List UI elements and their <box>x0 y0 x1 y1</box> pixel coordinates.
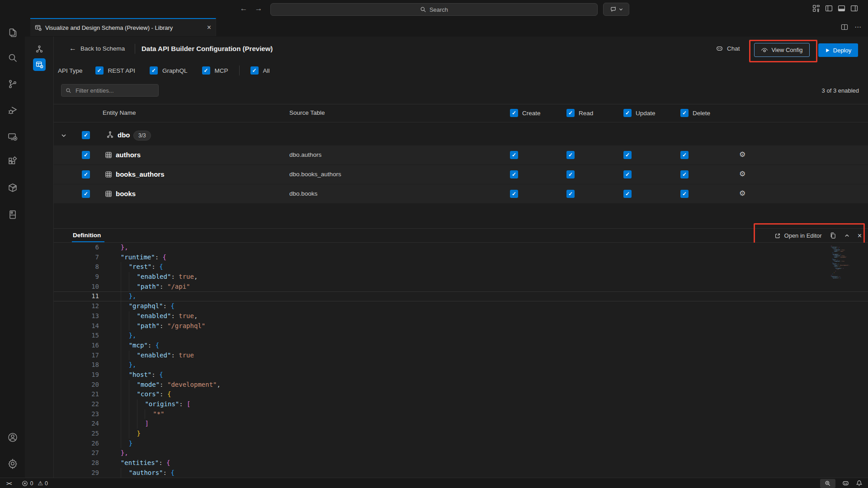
open-in-editor-button[interactable]: Open in Editor <box>774 232 822 239</box>
definition-code-editor[interactable]: 6 },7 "runtime": {8 "rest": {9 "enabled"… <box>54 243 868 478</box>
row-select-checkbox[interactable]: ✓ <box>82 190 90 198</box>
vscode-window: ← → Search Visualiz <box>0 0 868 488</box>
warning-count: 0 <box>45 480 48 487</box>
copy-icon[interactable] <box>830 232 836 239</box>
entity-name: books <box>116 190 136 197</box>
schema-group-row: ✓ dbo 3/3 <box>54 125 868 145</box>
filter-entities-box <box>61 84 159 97</box>
explorer-icon[interactable] <box>0 23 25 42</box>
op-checkbox-read[interactable]: ✓ <box>566 170 575 178</box>
search-sidebar-icon[interactable] <box>0 49 25 67</box>
chat-button[interactable]: Chat <box>716 45 740 52</box>
column-create-checkbox[interactable]: ✓ <box>510 109 518 117</box>
collapse-panel-icon[interactable] <box>844 233 850 239</box>
problems-indicator[interactable]: 0 ⚠ 0 <box>22 480 48 487</box>
copilot-chat-button[interactable] <box>603 3 629 16</box>
line-number: 8 <box>75 262 99 272</box>
settings-gear-icon[interactable] <box>0 455 25 473</box>
row-settings-gear-icon[interactable]: ⚙ <box>739 189 745 197</box>
line-number: 9 <box>75 272 99 282</box>
schema-graph-icon[interactable] <box>33 43 46 56</box>
api-type-all-label: All <box>263 67 270 74</box>
database-projects-icon[interactable] <box>0 206 25 224</box>
op-checkbox-update[interactable]: ✓ <box>623 170 632 178</box>
row-settings-gear-icon[interactable]: ⚙ <box>739 169 745 178</box>
nav-forward-icon[interactable]: → <box>253 4 264 13</box>
column-update-checkbox[interactable]: ✓ <box>623 109 632 117</box>
status-bar: >< 0 ⚠ 0 <box>0 478 868 488</box>
line-number: 12 <box>75 301 99 311</box>
notifications-bell-icon[interactable] <box>856 480 863 487</box>
toggle-panel-icon[interactable] <box>838 5 845 12</box>
op-checkbox-delete[interactable]: ✓ <box>680 151 689 159</box>
op-checkbox-create[interactable]: ✓ <box>510 151 518 159</box>
enabled-summary: 3 of 3 enabled <box>822 87 859 94</box>
op-checkbox-delete[interactable]: ✓ <box>680 170 689 178</box>
toggle-secondary-sidebar-icon[interactable] <box>850 5 858 12</box>
line-number: 17 <box>75 351 99 361</box>
entity-rows: ✓authorsdbo.authors✓✓✓✓⚙✓books_authorsdb… <box>54 145 868 204</box>
minimap[interactable]: }, "runtime": { "rest": { "enabled": tru… <box>830 245 868 279</box>
header-divider <box>135 44 135 54</box>
copilot-status-icon[interactable] <box>842 479 849 487</box>
line-number: 22 <box>75 399 99 409</box>
row-settings-gear-icon[interactable]: ⚙ <box>739 150 745 159</box>
containers-icon[interactable] <box>0 179 25 197</box>
accounts-icon[interactable] <box>0 428 25 446</box>
column-read-checkbox[interactable]: ✓ <box>566 109 575 117</box>
table-row: ✓authorsdbo.authors✓✓✓✓⚙ <box>54 145 868 164</box>
external-link-icon <box>774 233 781 239</box>
designer-toolbar-strip <box>25 37 54 478</box>
line-number: 25 <box>75 429 99 439</box>
op-checkbox-update[interactable]: ✓ <box>623 190 632 198</box>
source-control-icon[interactable] <box>0 75 25 93</box>
chat-label: Chat <box>727 45 740 52</box>
nav-back-icon[interactable]: ← <box>238 4 249 13</box>
api-type-checkbox-0[interactable]: ✓ <box>95 66 104 75</box>
chevron-down-icon[interactable] <box>61 132 67 139</box>
zoom-indicator[interactable] <box>820 479 835 488</box>
op-checkbox-update[interactable]: ✓ <box>623 151 632 159</box>
row-select-checkbox[interactable]: ✓ <box>82 170 90 178</box>
split-editor-icon[interactable] <box>841 23 848 31</box>
op-checkbox-delete[interactable]: ✓ <box>680 190 689 198</box>
op-checkbox-create[interactable]: ✓ <box>510 190 518 198</box>
row-select-checkbox[interactable]: ✓ <box>82 151 90 159</box>
api-type-checkbox-1[interactable]: ✓ <box>150 66 158 75</box>
group-checkbox[interactable]: ✓ <box>82 131 90 139</box>
error-icon <box>22 480 28 487</box>
api-builder-view-icon[interactable] <box>33 58 46 71</box>
toggle-primary-sidebar-icon[interactable] <box>825 5 833 12</box>
op-checkbox-create[interactable]: ✓ <box>510 170 518 178</box>
definition-tab[interactable]: Definition <box>73 232 101 239</box>
tab-close-icon[interactable]: × <box>207 24 211 31</box>
extensions-icon[interactable] <box>0 153 25 171</box>
activity-bar <box>0 18 25 478</box>
tab-visualize-design-schema[interactable]: Visualize and Design Schema (Preview) - … <box>30 18 216 36</box>
column-delete-checkbox[interactable]: ✓ <box>680 109 689 117</box>
remote-indicator[interactable]: >< <box>6 480 11 487</box>
api-type-checkbox-2[interactable]: ✓ <box>202 66 210 75</box>
editor-tab-bar: Visualize and Design Schema (Preview) - … <box>25 18 868 37</box>
page-title: Data API Builder Configuration (Preview) <box>142 45 273 52</box>
back-label: Back to Schema <box>80 45 125 52</box>
op-checkbox-read[interactable]: ✓ <box>566 190 575 198</box>
back-to-schema-link[interactable]: ← Back to Schema <box>69 44 125 52</box>
more-actions-icon[interactable]: ⋯ <box>854 23 862 31</box>
run-debug-icon[interactable] <box>0 101 25 119</box>
deploy-button[interactable]: Deploy <box>818 43 858 57</box>
line-number: 19 <box>75 370 99 380</box>
close-panel-icon[interactable]: × <box>858 232 862 239</box>
title-bar: ← → Search <box>0 0 868 18</box>
filter-entities-input[interactable] <box>75 87 149 94</box>
tab-title: Visualize and Design Schema (Preview) - … <box>45 24 173 31</box>
op-checkbox-read[interactable]: ✓ <box>566 151 575 159</box>
column-op-label: Update <box>636 110 656 117</box>
customize-layout-icon[interactable] <box>812 5 820 12</box>
column-source-table: Source Table <box>289 109 325 116</box>
remote-explorer-icon[interactable] <box>0 128 25 146</box>
api-type-all-checkbox[interactable]: ✓ <box>250 66 259 75</box>
line-number: 24 <box>75 419 99 429</box>
view-config-button[interactable]: View Config <box>754 43 810 57</box>
command-center-search[interactable]: Search <box>270 3 598 16</box>
